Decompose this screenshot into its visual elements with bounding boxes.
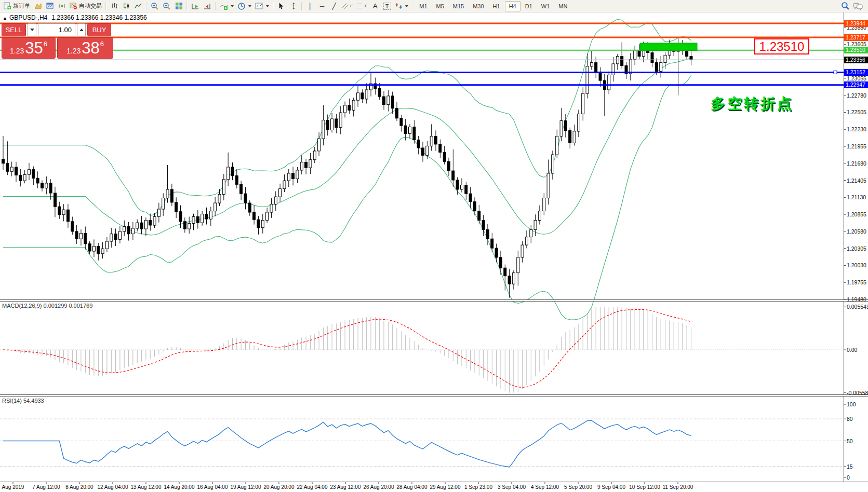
charts-window-button[interactable] — [44, 1, 56, 11]
one-click-trading-panel: SELL 1.00 BUY 1.23 35 6 1.23 38 6 — [2, 23, 113, 59]
charts-window-icon — [46, 2, 54, 10]
rsi-name: RSI(14) — [2, 398, 22, 404]
toolbar-separator — [301, 2, 302, 10]
autotrading-icon — [70, 2, 77, 10]
symbol-period: GBPUSD-,H4 — [9, 14, 47, 21]
macd-axis-label: 0.005543 — [847, 304, 868, 310]
volume-increase-button[interactable] — [77, 23, 86, 36]
price-axis-label: 1.20030 — [847, 262, 866, 268]
bar-chart-type-button[interactable] — [109, 1, 120, 11]
timeframe-m1[interactable]: M1 — [415, 1, 431, 11]
candlestick-type-button[interactable] — [121, 1, 132, 11]
sell-button[interactable]: SELL — [2, 23, 26, 36]
price-axis-label: 1.22505 — [847, 109, 866, 115]
timeframe-w1[interactable]: W1 — [537, 1, 554, 11]
main-toolbar: 新订单 自动交易 — [0, 0, 868, 12]
crosshair-tool-button[interactable] — [288, 1, 299, 11]
trendline-tool-button[interactable]: ╱ — [328, 1, 340, 11]
new-order-icon — [4, 2, 11, 10]
toolbar-separator — [215, 2, 216, 10]
zoom-in-button[interactable] — [149, 1, 161, 11]
autoscroll-icon — [191, 2, 199, 10]
equidistant-channel-icon — [342, 3, 349, 9]
price-axis-label: 1.21405 — [847, 177, 866, 184]
macd-signal-line — [3, 309, 691, 387]
tile-windows-button[interactable] — [173, 1, 184, 11]
new-order-label: 新订单 — [13, 2, 30, 10]
bollinger-bands — [3, 19, 691, 320]
sell-price-pips: 35 — [25, 38, 43, 58]
arrows-tool-button[interactable] — [393, 1, 410, 11]
turning-point-annotation[interactable]: 多空转折点 — [711, 94, 794, 114]
rsi-axis-label: 15 — [847, 463, 853, 470]
sell-price-display[interactable]: 1.23 35 6 — [2, 37, 56, 59]
autotrading-button[interactable]: 自动交易 — [68, 1, 103, 11]
candlestick-icon — [123, 2, 130, 10]
timeframe-d1[interactable]: D1 — [521, 1, 537, 11]
text-tool-button[interactable]: A — [369, 1, 381, 11]
line-chart-type-button[interactable] — [132, 1, 144, 11]
macd-values: 0.001299 0.001769 — [43, 303, 92, 309]
rsi-levels — [0, 419, 844, 467]
price-axis-label: 1.19480 — [847, 296, 866, 303]
macd-pane-separator[interactable] — [0, 299, 868, 302]
toolbar-separator — [273, 2, 274, 10]
equidistant-channel-tool-button[interactable]: E — [340, 1, 354, 11]
rsi-axis-label: 50 — [847, 438, 853, 444]
toolbar-separator — [186, 2, 188, 10]
periods-icon — [237, 2, 246, 10]
price-axis-label: 1.19755 — [847, 279, 866, 285]
chevron-down-icon — [231, 5, 234, 7]
tile-windows-icon — [175, 2, 183, 10]
buy-price-display[interactable]: 1.23 38 6 — [57, 37, 113, 59]
chat-icon[interactable] — [853, 2, 863, 10]
highlight-rectangle[interactable] — [640, 43, 697, 50]
price-callout-label[interactable]: 1.23510 — [754, 38, 809, 54]
templates-button[interactable] — [253, 1, 271, 11]
trendline-icon: ╱ — [332, 3, 336, 10]
price-badge: 1.23944 — [844, 20, 868, 27]
rsi-axis-label: 80 — [847, 416, 853, 422]
rsi-line — [3, 420, 691, 467]
chart-canvas — [0, 0, 868, 492]
vertical-line-tool-button[interactable]: │ — [304, 1, 316, 11]
buy-price-prefix: 1.23 — [66, 47, 81, 58]
cursor-tool-button[interactable] — [276, 1, 287, 11]
horizontal-level-lines[interactable] — [0, 23, 844, 85]
chart-shift-button[interactable] — [202, 1, 213, 11]
periods-button[interactable] — [236, 1, 253, 11]
collapse-panel-icon[interactable]: ▲ — [3, 16, 7, 21]
text-label-tool-button[interactable]: T — [381, 1, 393, 11]
volume-decrease-button[interactable] — [28, 23, 36, 36]
signals-button[interactable] — [56, 1, 68, 11]
horizontal-line-tool-button[interactable]: ─ — [316, 1, 328, 11]
fibonacci-tool-button[interactable]: F — [355, 1, 369, 11]
profile-icon — [34, 2, 42, 10]
timeframe-m5[interactable]: M5 — [432, 1, 448, 11]
timeframe-mn[interactable]: MN — [554, 1, 571, 11]
price-axis-label: 1.20855 — [847, 211, 866, 217]
macd-axis-label: -0.005583 — [847, 390, 868, 396]
autoscroll-button[interactable] — [190, 1, 201, 11]
profile-button[interactable] — [32, 1, 44, 11]
chevron-down-icon — [405, 5, 408, 7]
buy-button[interactable]: BUY — [87, 23, 111, 36]
price-badge: 1.23356 — [844, 57, 868, 63]
triangle-down-icon — [30, 29, 34, 31]
timeframe-h4[interactable]: H4 — [505, 1, 520, 11]
rsi-pane-separator[interactable] — [0, 394, 868, 397]
price-badge: 1.23717 — [844, 34, 868, 41]
search-icon[interactable] — [841, 2, 850, 10]
triangle-up-icon — [79, 29, 84, 31]
timeframe-m15[interactable]: M15 — [449, 1, 468, 11]
timeframe-h1[interactable]: H1 — [489, 1, 504, 11]
volume-input[interactable]: 1.00 — [38, 23, 75, 36]
toolbar-separator — [146, 2, 147, 10]
fibo-letter: F — [365, 4, 367, 8]
new-order-button[interactable]: 新订单 — [2, 1, 32, 11]
hline-handle[interactable] — [834, 71, 837, 74]
timeframe-m30[interactable]: M30 — [469, 1, 488, 11]
ohlc-quotes: 1.23366 1.23366 1.23346 1.23356 — [51, 14, 147, 21]
indicators-button[interactable] — [218, 1, 235, 11]
zoom-out-button[interactable] — [161, 1, 172, 11]
